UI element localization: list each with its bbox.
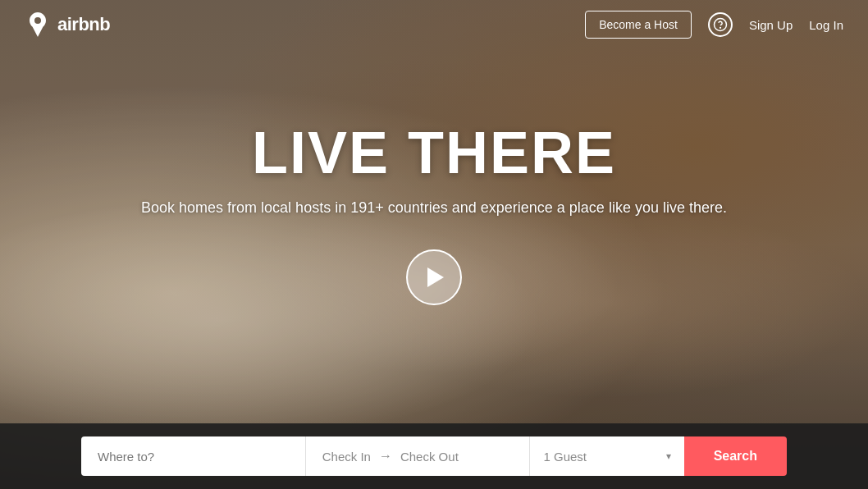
arrow-icon: → bbox=[379, 449, 392, 464]
log-in-button[interactable]: Log In bbox=[809, 18, 843, 32]
logo[interactable]: airbnb bbox=[25, 11, 110, 38]
play-button[interactable] bbox=[406, 249, 462, 305]
hero-subtitle: Book homes from local hosts in 191+ coun… bbox=[141, 199, 727, 217]
search-bar: Check In → Check Out 1 Guest ▾ Search bbox=[0, 423, 868, 489]
search-button[interactable]: Search bbox=[684, 436, 787, 476]
help-circle-icon bbox=[713, 17, 728, 32]
sign-up-button[interactable]: Sign Up bbox=[749, 18, 793, 32]
hero-title: LIVE THERE bbox=[252, 119, 616, 186]
help-icon-button[interactable] bbox=[708, 12, 733, 37]
search-dates[interactable]: Check In → Check Out bbox=[306, 436, 530, 476]
guests-text: 1 Guest bbox=[543, 450, 587, 464]
airbnb-logo-icon bbox=[25, 11, 51, 38]
search-guests-select[interactable]: 1 Guest ▾ bbox=[530, 436, 683, 476]
search-where-input[interactable] bbox=[81, 436, 305, 476]
search-container: Check In → Check Out 1 Guest ▾ Search bbox=[81, 436, 787, 476]
hero-content: LIVE THERE Book homes from local hosts i… bbox=[0, 0, 868, 423]
play-triangle-icon bbox=[427, 267, 444, 287]
hero-section: airbnb Become a Host Sign Up Log In LIVE… bbox=[0, 0, 868, 489]
check-in-label: Check In bbox=[322, 450, 371, 464]
logo-text: airbnb bbox=[57, 14, 110, 35]
chevron-down-icon: ▾ bbox=[666, 450, 671, 462]
navbar: airbnb Become a Host Sign Up Log In bbox=[0, 0, 868, 49]
check-out-label: Check Out bbox=[400, 450, 459, 464]
become-host-button[interactable]: Become a Host bbox=[585, 11, 692, 39]
nav-right: Become a Host Sign Up Log In bbox=[585, 11, 843, 39]
